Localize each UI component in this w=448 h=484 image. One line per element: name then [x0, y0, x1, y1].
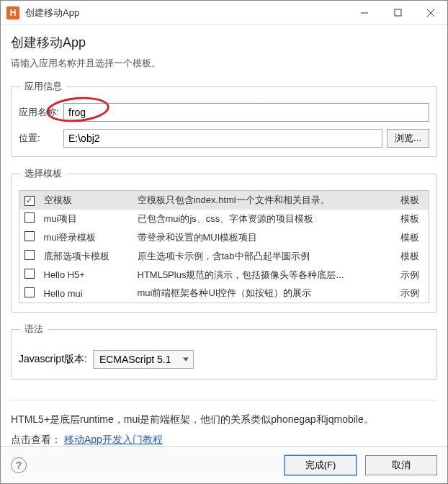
template-checkbox[interactable]: ✓	[24, 196, 35, 206]
finish-button[interactable]: 完成(F)	[285, 455, 357, 475]
app-name-label: 应用名称:	[19, 106, 63, 119]
js-version-select[interactable]: ECMAScript 5.1	[93, 350, 194, 369]
template-row[interactable]: ✓空模板空模板只包含index.html一个文件和相关目录。模板	[19, 191, 429, 210]
group-templates-legend: 选择模板	[20, 167, 66, 180]
template-tag: 模板	[396, 228, 429, 247]
app-icon: H	[6, 6, 19, 19]
group-app-info: 应用信息 应用名称: 位置: 浏览...	[11, 80, 437, 157]
template-checkbox[interactable]	[24, 250, 35, 260]
dialog-window: H 创建移动App 创建移动App 请输入应用名称并且选择一个模板。 应用信息 …	[0, 0, 448, 484]
template-name: Hello mui	[40, 284, 133, 303]
template-name: mui登录模板	[40, 228, 133, 247]
footer: ? 完成(F) 取消	[1, 446, 447, 483]
close-button[interactable]	[414, 1, 447, 24]
maximize-button[interactable]	[381, 1, 414, 24]
template-name: mui项目	[40, 210, 133, 228]
template-tag: 模板	[396, 210, 429, 228]
js-version-value: ECMAScript 5.1	[99, 354, 171, 365]
group-syntax: 语法 Javascript版本: ECMAScript 5.1	[11, 323, 437, 380]
template-row[interactable]: 底部选项卡模板原生选项卡示例，含tab中部凸起半圆示例模板	[19, 247, 429, 266]
template-row[interactable]: mui登录模板带登录和设置的MUI模板项目模板	[19, 228, 429, 247]
browse-button[interactable]: 浏览...	[387, 129, 429, 148]
window-title: 创建移动App	[25, 6, 348, 19]
page-subtitle: 请输入应用名称并且选择一个模板。	[11, 57, 437, 70]
template-tag: 模板	[396, 247, 429, 266]
template-desc: HTML5Plus规范的演示，包括摄像头等各种底层...	[133, 266, 396, 284]
info-line-2-prefix: 点击查看：	[11, 434, 61, 445]
template-name: Hello H5+	[40, 266, 133, 284]
template-row[interactable]: Hello H5+HTML5Plus规范的演示，包括摄像头等各种底层...示例	[19, 266, 429, 284]
template-row[interactable]: Hello muimui前端框架各种UI控件（如按钮）的展示示例	[19, 284, 429, 303]
cancel-button[interactable]: 取消	[365, 455, 437, 475]
page-title: 创建移动App	[11, 34, 437, 51]
template-desc: mui前端框架各种UI控件（如按钮）的展示	[133, 284, 396, 303]
help-icon[interactable]: ?	[11, 457, 27, 473]
divider	[11, 400, 437, 400]
template-desc: 空模板只包含index.html一个文件和相关目录。	[133, 191, 396, 210]
template-tag: 示例	[396, 266, 429, 284]
template-tag: 模板	[396, 191, 429, 210]
group-app-info-legend: 应用信息	[20, 80, 66, 93]
app-name-input[interactable]	[63, 103, 429, 122]
location-input[interactable]	[63, 129, 382, 148]
template-row[interactable]: mui项目已包含mui的js、css、字体资源的项目模板模板	[19, 210, 429, 228]
content-area: 创建移动App 请输入应用名称并且选择一个模板。 应用信息 应用名称: 位置: …	[1, 25, 447, 446]
js-version-label: Javascript版本:	[19, 353, 87, 366]
tutorial-link[interactable]: 移动App开发入门教程	[64, 434, 163, 445]
info-block: HTML5+是底层runtime，mui是前端框架，他们的关系类似phonega…	[11, 409, 437, 446]
template-tag: 示例	[396, 284, 429, 303]
group-syntax-legend: 语法	[20, 323, 48, 336]
template-name: 空模板	[40, 191, 133, 210]
template-checkbox[interactable]	[24, 231, 35, 241]
info-line-1: HTML5+是底层runtime，mui是前端框架，他们的关系类似phonega…	[11, 409, 437, 429]
template-checkbox[interactable]	[24, 269, 35, 279]
titlebar: H 创建移动App	[1, 1, 447, 25]
templates-table: ✓空模板空模板只包含index.html一个文件和相关目录。模板mui项目已包含…	[19, 190, 429, 303]
template-checkbox[interactable]	[24, 212, 35, 223]
window-controls	[348, 1, 447, 24]
template-desc: 带登录和设置的MUI模板项目	[133, 228, 396, 247]
group-templates: 选择模板 ✓空模板空模板只包含index.html一个文件和相关目录。模板mui…	[11, 167, 437, 313]
svg-rect-1	[395, 9, 401, 16]
template-checkbox[interactable]	[24, 287, 35, 297]
template-name: 底部选项卡模板	[40, 247, 133, 266]
template-desc: 已包含mui的js、css、字体资源的项目模板	[133, 210, 396, 228]
template-desc: 原生选项卡示例，含tab中部凸起半圆示例	[133, 247, 396, 266]
location-label: 位置:	[19, 132, 63, 145]
minimize-button[interactable]	[348, 1, 381, 24]
